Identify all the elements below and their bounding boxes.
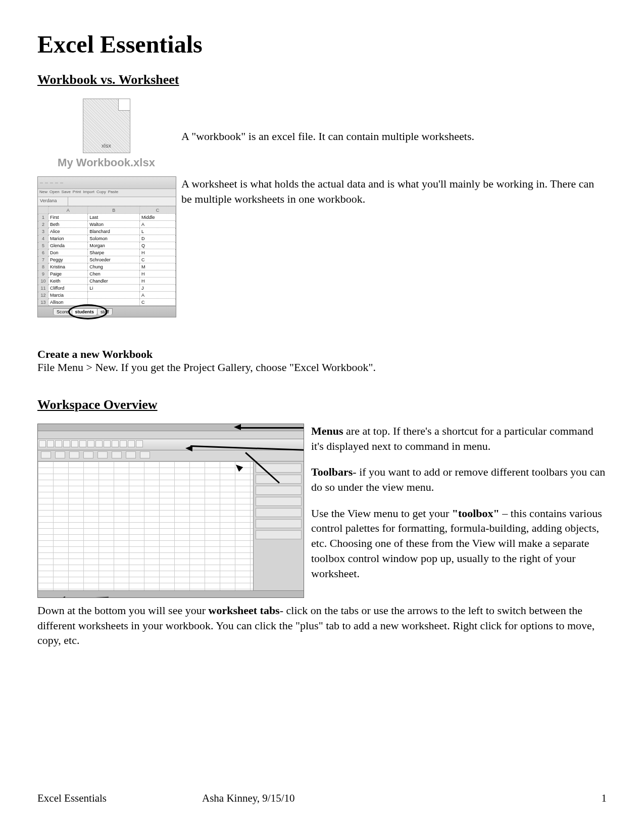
sheet-tabs-bar: Score students staff — [38, 306, 176, 317]
worksheet-table: ABC 1FirstLastMiddle2BethWaltonA3AliceBl… — [38, 206, 176, 306]
name-box: Verdana — [38, 197, 68, 206]
sheet-tab: Score — [53, 308, 72, 315]
footer-title: Excel Essentials — [37, 792, 202, 805]
menus-paragraph: Menus are at top. If there's a shortcut … — [311, 424, 607, 453]
table-row: 10KeithChandlerH — [38, 277, 176, 285]
sheet-tab-active: students — [72, 308, 98, 315]
table-row: 5GlendaMorganQ — [38, 242, 176, 249]
annotation-arrow — [241, 427, 304, 429]
workbook-description: A "workbook" is an excel file. It can co… — [181, 99, 607, 144]
column-header: B — [88, 207, 140, 214]
workbook-filename: My Workbook.xlsx — [37, 156, 175, 169]
section-heading-workspace: Workspace Overview — [37, 397, 607, 412]
table-row: 13AllisonC — [38, 299, 176, 306]
table-row: 12MarciaA — [38, 292, 176, 299]
column-header: A — [48, 207, 88, 214]
table-row: 2BethWaltonA — [38, 221, 176, 228]
file-icon: xlsx — [83, 99, 130, 153]
table-row: 9PaigeChenH — [38, 270, 176, 277]
table-row: 4MarionSolomonD — [38, 235, 176, 242]
worksheet-tabs-paragraph: Down at the bottom you will see your wor… — [37, 603, 607, 648]
table-row: 6DonSharpeH — [38, 249, 176, 256]
file-extension-label: xlsx — [83, 143, 130, 149]
sheet-tab: staff — [97, 308, 113, 315]
create-workbook-text: File Menu > New. If you get the Project … — [37, 361, 607, 374]
worksheet-figure: NewOpenSavePrintImportCopyPaste Verdana … — [37, 176, 176, 317]
column-header — [38, 207, 48, 214]
workspace-figure — [37, 424, 304, 598]
table-row: 1FirstLastMiddle — [38, 214, 176, 221]
table-row: 7PeggySchroederC — [38, 256, 176, 263]
document-title: Excel Essentials — [37, 30, 607, 58]
toolbox-paragraph: Use the View menu to get your "toolbox" … — [311, 506, 607, 581]
footer-author-date: Asha Kinney, 9/15/10 — [202, 792, 576, 805]
table-row: 11CliffordLiJ — [38, 285, 176, 292]
create-workbook-heading: Create a new Workbook — [37, 348, 607, 361]
section-heading-workbook: Workbook vs. Worksheet — [37, 72, 607, 87]
toolbars-paragraph: Toolbars- if you want to add or remove d… — [311, 465, 607, 494]
table-row: 8KristinaChungM — [38, 263, 176, 270]
table-row: 3AliceBlanchardL — [38, 228, 176, 235]
footer-page-number: 1 — [576, 792, 607, 805]
page-footer: Excel Essentials Asha Kinney, 9/15/10 1 — [37, 792, 607, 805]
worksheet-description: A worksheet is what holds the actual dat… — [181, 176, 607, 206]
column-header: C — [140, 207, 176, 214]
